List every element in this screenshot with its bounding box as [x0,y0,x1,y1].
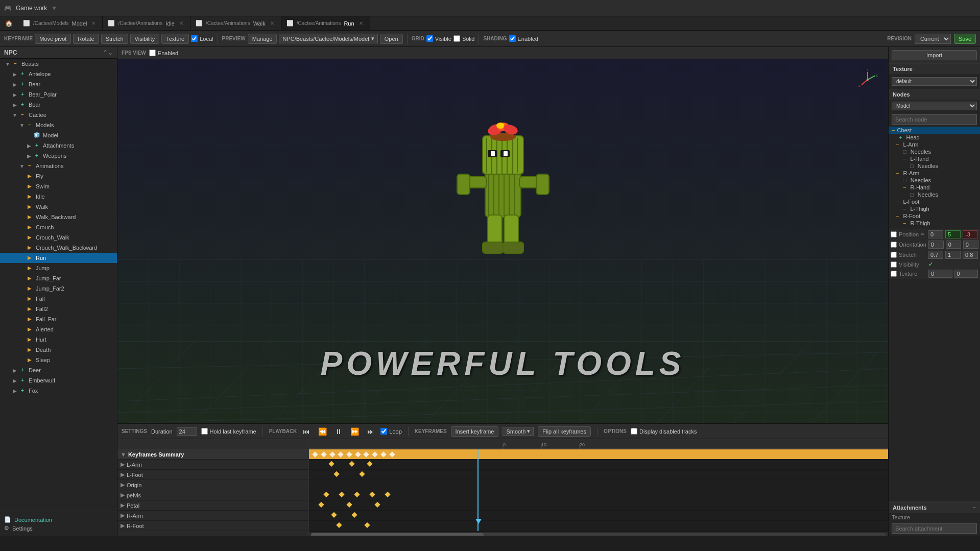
node-r-thigh[interactable]: − R-Thigh [889,220,980,227]
stretch-z[interactable] [963,251,978,259]
texture-select[interactable]: default [892,77,977,86]
tab-run[interactable]: ⬜ /Cactee/Animations Run ✕ [281,16,370,30]
duration-input[interactable] [177,427,197,436]
tree-item-jump-far[interactable]: ▶ Jump_Far [0,273,117,283]
node-l-arm[interactable]: − L-Arm [889,141,980,148]
tree-item-animations[interactable]: ▼ − Animations [0,161,117,171]
node-r-foot[interactable]: − R-Foot [889,212,980,220]
tree-item-fox[interactable]: ▶ + Fox [0,386,117,396]
manage-btn[interactable]: Manage [248,34,277,44]
viewport[interactable]: X Y Z [117,59,888,423]
node-l-thigh[interactable]: − L-Thigh [889,205,980,212]
tab-model-close[interactable]: ✕ [90,20,97,27]
solid-checkbox[interactable] [453,35,460,42]
track-pelvis[interactable]: ▶ pelvis [117,490,308,500]
node-l-foot[interactable]: − L-Foot [889,198,980,205]
node-r-arm[interactable]: − R-Arm [889,170,980,177]
track-r-foot[interactable]: ▶ R-Foot [117,521,308,531]
orientation-x[interactable] [928,241,944,249]
tree-item-beasts[interactable]: ▼ − Beasts [0,59,117,69]
tab-idle-close[interactable]: ✕ [178,20,185,27]
texture-prop-checkbox[interactable] [891,271,897,277]
node-head[interactable]: + Head [889,134,980,141]
import-btn[interactable]: Import [892,50,977,60]
texture-btn[interactable]: Texture [161,34,189,44]
keyframes-area[interactable] [309,449,888,531]
track-l-arm[interactable]: ▶ L-Arm [117,460,308,470]
preview-path-dropdown[interactable]: NPC/Beasts/Cactee/Models/Model ▾ [279,34,377,43]
timeline-scrollbar[interactable] [309,531,888,536]
node-l-hand-needles[interactable]: □ Needles [889,162,980,170]
tree-item-antelope[interactable]: ▶ + Antelope [0,69,117,79]
tree-item-fall[interactable]: ▶ Fall [0,294,117,304]
search-attachment-input[interactable] [892,523,977,534]
tree-item-idle[interactable]: ▶ Idle [0,191,117,202]
fps-enabled-checkbox[interactable] [149,50,156,56]
position-x[interactable] [928,230,943,238]
track-origin[interactable]: ▶ Origin [117,480,308,490]
play-end-btn[interactable]: ⏭ [365,426,376,437]
visibility-checkbox[interactable] [891,261,897,268]
tree-item-jump-far2[interactable]: ▶ Jump_Far2 [0,283,117,294]
track-summary[interactable]: ▼ Keyframes Summary [117,449,308,460]
tree-item-crouch-walk[interactable]: ▶ Crouch_Walk [0,232,117,243]
smooth-dropdown[interactable]: Smooth ▾ [503,427,534,436]
tree-item-fly[interactable]: ▶ Fly [0,171,117,181]
node-r-hand[interactable]: − R-Hand [889,184,980,191]
insert-keyframe-btn[interactable]: Insert keyframe [451,426,499,437]
open-btn[interactable]: Open [380,34,403,44]
timeline-ruler[interactable]: 0 10 20 [309,439,888,449]
tree-item-jump[interactable]: ▶ Jump [0,263,117,273]
tree-item-hurt[interactable]: ▶ Hurt [0,334,117,345]
play-next-btn[interactable]: ⏩ [348,426,361,437]
shading-enabled-checkbox[interactable] [509,35,516,42]
track-r-arm[interactable]: ▶ R-Arm [117,511,308,521]
stretch-y[interactable] [945,251,961,259]
settings-link[interactable]: ⚙ Settings [4,524,113,533]
tree-item-walk[interactable]: ▶ Walk [0,202,117,212]
node-l-hand[interactable]: − L-Hand [889,155,980,162]
move-pivot-btn[interactable]: Move pivot [35,34,71,44]
tree-item-walk-backward[interactable]: ▶ Walk_Backward [0,212,117,222]
tree-item-models[interactable]: ▼ − Models [0,120,117,130]
tree-item-bear[interactable]: ▶ + Bear [0,79,117,89]
stretch-checkbox[interactable] [891,252,897,258]
tree-item-emberwulf[interactable]: ▶ + Emberwulf [0,375,117,386]
orientation-checkbox[interactable] [891,242,897,248]
position-y[interactable] [945,230,961,238]
track-petal[interactable]: ▶ Petal [117,500,308,511]
attach-close-icon[interactable]: − [973,505,976,511]
tab-walk-close[interactable]: ✕ [269,20,276,27]
tree-item-deer[interactable]: ▶ + Deer [0,365,117,375]
tree-item-alerted[interactable]: ▶ Alerted [0,324,117,334]
loop-checkbox[interactable] [380,428,387,435]
visibility-btn[interactable]: Visibility [130,34,160,44]
stretch-btn[interactable]: Stretch [101,34,128,44]
stretch-x[interactable] [928,251,943,259]
tab-walk[interactable]: ⬜ /Cactee/Animations Walk ✕ [190,16,281,30]
tree-item-boar[interactable]: ▶ + Boar [0,100,117,110]
revision-select[interactable]: Current [915,34,951,44]
tree-item-fall-far[interactable]: ▶ Fall_Far [0,314,117,324]
rotate-btn[interactable]: Rotate [73,34,99,44]
flip-all-keyframes-btn[interactable]: Flip all keyframes [538,426,591,437]
tree-item-swim[interactable]: ▶ Swim [0,181,117,191]
nodes-model-select[interactable]: Model [892,102,977,110]
visible-checkbox[interactable] [426,35,433,42]
save-btn[interactable]: Save [954,34,976,44]
texture-y[interactable] [954,270,978,278]
tab-run-close[interactable]: ✕ [357,20,365,27]
tab-model[interactable]: ⬜ /Cactee/Models Model ✕ [18,16,103,30]
search-node-input[interactable] [892,114,977,125]
tree-item-model[interactable]: 🧊 Model [0,130,117,140]
tree-item-crouch[interactable]: ▶ Crouch [0,222,117,232]
documentation-link[interactable]: 📄 Documentation [4,515,113,524]
node-l-arm-needles[interactable]: □ Needles [889,148,980,155]
texture-x[interactable] [928,270,952,278]
play-pause-btn[interactable]: ⏸ [333,426,344,437]
tree-item-weapons[interactable]: ▶ + Weapons [0,151,117,161]
play-start-btn[interactable]: ⏮ [301,426,312,437]
timeline-playhead[interactable] [477,449,479,531]
tree-item-run[interactable]: ▶ Run [0,253,117,263]
tree-item-death[interactable]: ▶ Death [0,345,117,355]
